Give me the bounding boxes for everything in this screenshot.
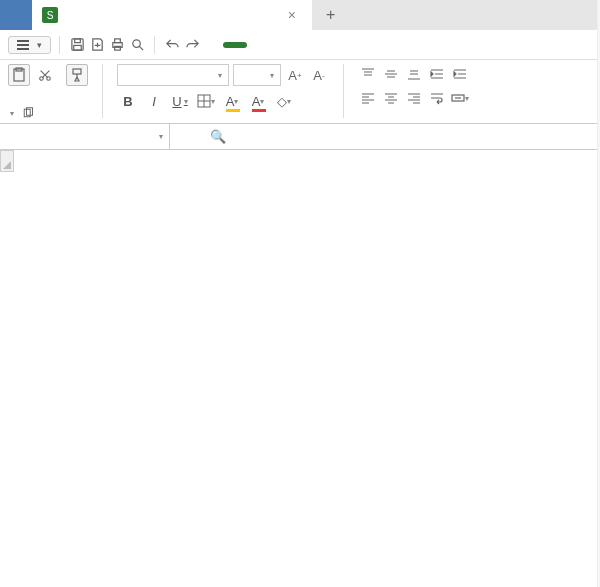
align-center-icon[interactable] (381, 88, 401, 108)
separator (102, 64, 103, 118)
menu-bar: ▾ (0, 30, 600, 60)
caret-down-icon: ▾ (159, 132, 163, 141)
tab-home[interactable] (0, 0, 32, 30)
caret-down-icon: ▾ (270, 71, 274, 80)
italic-button[interactable]: I (143, 90, 165, 112)
separator (343, 64, 344, 118)
triangle-icon (3, 161, 11, 169)
print-preview-icon[interactable] (128, 36, 146, 54)
font-size-select[interactable]: ▾ (233, 64, 281, 86)
font-color-button[interactable]: A▾ (247, 90, 269, 112)
close-tab-icon[interactable]: × (282, 7, 302, 23)
ribbon-tab-start[interactable] (223, 42, 247, 48)
svg-rect-1 (74, 39, 80, 43)
caret-down-icon: ▾ (10, 109, 14, 118)
bold-button[interactable]: B (117, 90, 139, 112)
border-button[interactable]: ▾ (195, 90, 217, 112)
zoom-lens-icon: 🔍 (210, 129, 226, 144)
caret-down-icon: ▾ (37, 40, 42, 50)
svg-rect-4 (114, 39, 120, 43)
align-right-icon[interactable] (404, 88, 424, 108)
increase-indent-icon[interactable] (450, 64, 470, 84)
align-left-icon[interactable] (358, 88, 378, 108)
separator (59, 36, 60, 54)
font-name-select[interactable]: ▾ (117, 64, 229, 86)
copy-button[interactable] (22, 107, 36, 119)
name-box[interactable]: ▾ (0, 124, 170, 149)
underline-button[interactable]: U▾ (169, 90, 191, 112)
tab-workbook[interactable]: S × (32, 0, 312, 30)
formula-bar-row: ▾ 🔍 (0, 124, 600, 150)
scissors-icon (38, 68, 52, 82)
effects-button[interactable]: ◇▾ (273, 90, 295, 112)
undo-icon[interactable] (163, 36, 181, 54)
fill-color-button[interactable]: A▾ (221, 90, 243, 112)
svg-rect-2 (73, 45, 81, 50)
paste-button[interactable]: ▾ (8, 107, 14, 119)
print-icon[interactable] (108, 36, 126, 54)
increase-font-icon[interactable]: A+ (285, 65, 305, 85)
caret-down-icon: ▾ (218, 71, 222, 80)
align-top-icon[interactable] (358, 64, 378, 84)
row-header-column (0, 150, 14, 172)
svg-rect-11 (73, 69, 81, 74)
wrap-text-icon[interactable] (427, 88, 447, 108)
font-group: ▾ ▾ A+ A- B I U▾ ▾ A▾ A▾ ◇▾ (117, 64, 329, 119)
formula-bar[interactable]: 🔍 (170, 124, 234, 149)
tab-bar: S × + (0, 0, 600, 30)
xlsx-icon: S (42, 7, 58, 23)
copy-icon (22, 107, 34, 119)
clipboard-group: ▾ (8, 64, 88, 119)
merge-button[interactable]: ▾ (450, 88, 470, 108)
decrease-font-icon[interactable]: A- (309, 65, 329, 85)
decrease-indent-icon[interactable] (427, 64, 447, 84)
save-as-icon[interactable] (88, 36, 106, 54)
align-group: ▾ (358, 64, 470, 119)
save-icon[interactable] (68, 36, 86, 54)
hamburger-icon (17, 40, 29, 50)
redo-icon[interactable] (183, 36, 201, 54)
ribbon: ▾ ▾ ▾ A+ A- B I U▾ ▾ A▾ A▾ ◇▾ (0, 60, 600, 124)
svg-rect-5 (114, 46, 120, 50)
spreadsheet-grid (0, 150, 600, 172)
new-tab-button[interactable]: + (312, 0, 349, 30)
format-painter-icon[interactable] (66, 64, 88, 86)
file-menu-button[interactable]: ▾ (8, 36, 51, 54)
svg-point-6 (132, 40, 140, 48)
paste-icon[interactable] (8, 64, 30, 86)
separator (154, 36, 155, 54)
align-middle-icon[interactable] (381, 64, 401, 84)
align-bottom-icon[interactable] (404, 64, 424, 84)
select-all-corner[interactable] (0, 150, 14, 172)
